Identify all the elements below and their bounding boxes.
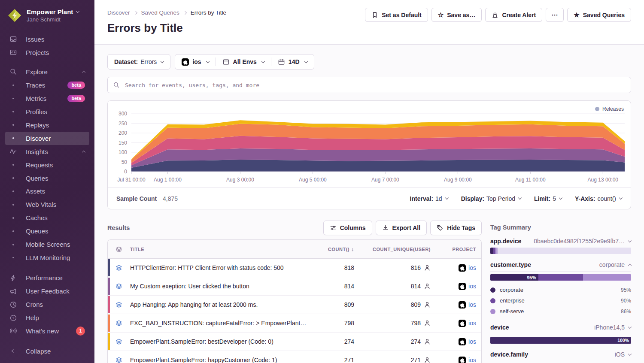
column-header-title[interactable]: TITLE bbox=[130, 247, 307, 252]
limit-select[interactable]: Limit: 5 bbox=[534, 195, 562, 202]
tag-section-header[interactable]: app.device 0baebc0de4982f1255f2e9e9fb7… bbox=[490, 238, 631, 248]
releases-dot-icon bbox=[595, 107, 599, 111]
sidebar-collapse-button[interactable]: Collapse bbox=[5, 345, 89, 358]
project-link[interactable]: ios bbox=[468, 357, 476, 363]
sidebar-item-help[interactable]: ? Help bbox=[5, 311, 89, 324]
tag-section-header[interactable]: device iPhone14,5 bbox=[490, 324, 631, 334]
display-select[interactable]: Display: Top Period bbox=[461, 195, 521, 202]
sidebar-item-llm-monitoring[interactable]: LLM Monitoring bbox=[5, 251, 89, 264]
count-value: 798 bbox=[307, 320, 354, 327]
tag-breakdown-row[interactable]: corporate 95% bbox=[490, 284, 631, 295]
save-as-button[interactable]: ☆ Save as… bbox=[431, 8, 482, 22]
svg-text:150: 150 bbox=[118, 140, 127, 146]
star-filled-icon: ★ bbox=[574, 12, 579, 18]
page-filter-bar: ios All Envs 14D bbox=[175, 54, 314, 70]
saved-queries-button[interactable]: ★ Saved Queries bbox=[567, 8, 631, 22]
tag-breakdown-row[interactable]: enterprise 90% bbox=[490, 295, 631, 306]
sidebar-item-assets[interactable]: Assets bbox=[5, 185, 89, 198]
control-value: 1d bbox=[435, 195, 442, 202]
error-title[interactable]: EmpowerPlant.SampleError: happyCustomer … bbox=[130, 357, 307, 363]
tag-section-header[interactable]: device.family iOS bbox=[490, 351, 631, 361]
bar-segment: 100% bbox=[490, 337, 631, 344]
org-switcher[interactable]: Empower Plant Jane Schmidt bbox=[0, 4, 94, 29]
project-link[interactable]: ios bbox=[468, 301, 476, 308]
sidebar-item-user-feedback[interactable]: User Feedback bbox=[5, 284, 89, 298]
chevron-down-icon bbox=[619, 196, 623, 200]
error-title[interactable]: My Custom exeption: User clicked the but… bbox=[130, 283, 307, 290]
columns-button[interactable]: Columns bbox=[323, 221, 372, 235]
apple-icon bbox=[182, 58, 189, 66]
create-alert-button[interactable]: Create Alert bbox=[485, 8, 542, 22]
sidebar-item-replays[interactable]: Replays bbox=[5, 118, 89, 132]
sidebar-item-queues[interactable]: Queues bbox=[5, 224, 89, 238]
svg-text:Aug 5 00:00: Aug 5 00:00 bbox=[299, 177, 327, 183]
tag-breakdown-row[interactable]: self-serve 86% bbox=[490, 306, 631, 317]
breadcrumb-discover[interactable]: Discover bbox=[107, 9, 130, 16]
releases-legend[interactable]: Releases bbox=[595, 106, 624, 112]
control-label: Y-Axis: bbox=[575, 195, 595, 202]
sidebar-item-queries[interactable]: Queries bbox=[5, 172, 89, 185]
column-header-count[interactable]: COUNT()↓ bbox=[307, 246, 354, 252]
sidebar-item-discover[interactable]: Discover bbox=[5, 132, 89, 145]
export-all-button[interactable]: Export All bbox=[376, 221, 427, 235]
sidebar-item-label: Metrics bbox=[26, 95, 46, 102]
sidebar-section-explore[interactable]: Explore bbox=[5, 65, 89, 79]
sidebar-item-profiles[interactable]: Profiles bbox=[5, 105, 89, 118]
table-row[interactable]: EmpowerPlant.SampleError: bestDeveloper … bbox=[108, 333, 481, 351]
sidebar-item-performance[interactable]: Performance bbox=[5, 271, 89, 284]
sidebar-item-whats-new[interactable]: What's new 1 bbox=[5, 324, 89, 338]
table-row[interactable]: My Custom exeption: User clicked the but… bbox=[108, 277, 481, 296]
date-filter[interactable]: 14D bbox=[271, 54, 314, 69]
sidebar-item-projects[interactable]: Projects bbox=[5, 46, 89, 59]
apple-icon bbox=[459, 283, 466, 290]
error-title[interactable]: EmpowerPlant.SampleError: bestDeveloper … bbox=[130, 338, 307, 345]
beta-badge: beta bbox=[67, 82, 85, 89]
project-filter[interactable]: ios bbox=[175, 54, 215, 69]
search-input[interactable] bbox=[124, 82, 626, 89]
notification-badge: 1 bbox=[76, 327, 85, 336]
y-axis-select[interactable]: Y-Axis: count() bbox=[575, 195, 622, 202]
broadcast-icon bbox=[9, 327, 18, 335]
environment-filter[interactable]: All Envs bbox=[216, 54, 271, 69]
star-outline-icon: ☆ bbox=[438, 12, 444, 18]
project-link[interactable]: ios bbox=[468, 264, 476, 271]
bar-segment: 95% bbox=[490, 274, 538, 281]
sidebar-item-label: Traces bbox=[26, 82, 45, 89]
sidebar-item-traces[interactable]: Traces beta bbox=[5, 79, 89, 92]
column-header-count-unique[interactable]: COUNT_UNIQUE(USER) bbox=[354, 247, 431, 252]
sidebar-item-caches[interactable]: Caches bbox=[5, 211, 89, 224]
error-title[interactable]: HTTPClientError: HTTP Client Error with … bbox=[130, 264, 307, 271]
column-header-project[interactable]: PROJECT bbox=[431, 247, 481, 252]
org-logo-icon bbox=[7, 8, 22, 23]
set-as-default-button[interactable]: Set as Default bbox=[365, 8, 428, 22]
sidebar-item-label: Mobile Screens bbox=[26, 241, 70, 248]
interval-select[interactable]: Interval: 1d bbox=[410, 195, 448, 202]
project-link[interactable]: ios bbox=[468, 338, 476, 345]
tag-item-percent: 90% bbox=[621, 298, 631, 304]
sidebar-item-requests[interactable]: Requests bbox=[5, 158, 89, 172]
sidebar-item-web-vitals[interactable]: Web Vitals bbox=[5, 198, 89, 211]
project-link[interactable]: ios bbox=[468, 320, 476, 327]
tag-key: device bbox=[490, 324, 509, 331]
table-row[interactable]: EmpowerPlant.SampleError: happyCustomer … bbox=[108, 351, 481, 363]
table-row[interactable]: EXC_BAD_INSTRUCTION: captureFatalError: … bbox=[108, 314, 481, 333]
sidebar-item-mobile-screens[interactable]: Mobile Screens bbox=[5, 238, 89, 251]
sidebar-item-metrics[interactable]: Metrics beta bbox=[5, 92, 89, 105]
dataset-selector[interactable]: Dataset: Errors bbox=[107, 54, 170, 70]
chart-footer: Sample Count 4,875 Interval: 1d Display:… bbox=[108, 188, 631, 209]
apple-icon bbox=[459, 264, 466, 272]
button-label: Create Alert bbox=[502, 12, 536, 18]
bullet-icon bbox=[9, 111, 18, 112]
error-title[interactable]: EXC_BAD_INSTRUCTION: captureFatalError: … bbox=[130, 320, 307, 327]
table-row[interactable]: App Hanging: App hanging for at least 20… bbox=[108, 296, 481, 314]
project-link[interactable]: ios bbox=[468, 283, 476, 290]
sidebar-item-crons[interactable]: Crons bbox=[5, 298, 89, 311]
sidebar-section-insights[interactable]: Insights bbox=[5, 145, 89, 158]
hide-tags-button[interactable]: Hide Tags bbox=[430, 221, 482, 235]
tag-section-header[interactable]: customer.type corporate bbox=[490, 261, 631, 272]
breadcrumb-saved-queries[interactable]: Saved Queries bbox=[141, 9, 179, 16]
table-row[interactable]: HTTPClientError: HTTP Client Error with … bbox=[108, 259, 481, 277]
sidebar-item-issues[interactable]: Issues bbox=[5, 33, 89, 46]
more-options-button[interactable]: ⋯ bbox=[546, 8, 564, 22]
error-title[interactable]: App Hanging: App hanging for at least 20… bbox=[130, 301, 307, 308]
